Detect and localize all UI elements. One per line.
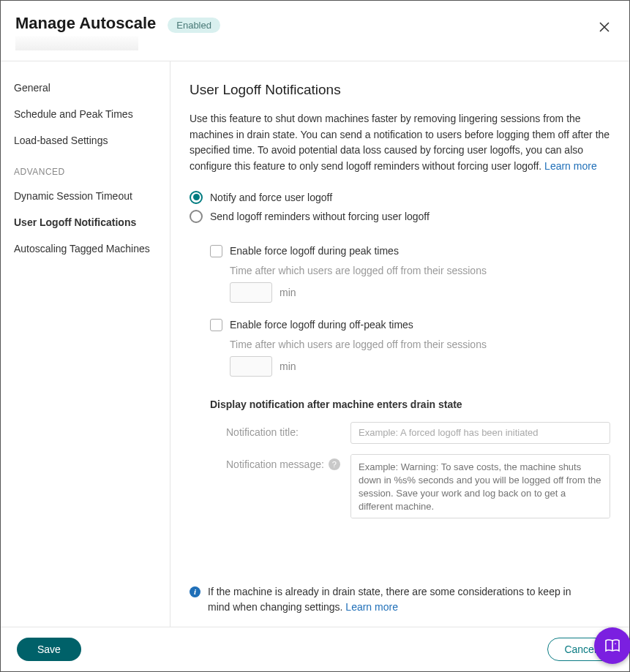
info-note: i If the machine is already in drain sta… bbox=[190, 581, 610, 627]
notification-message-label: Notification message: bbox=[226, 458, 324, 470]
sidebar-item-load-settings[interactable]: Load-based Settings bbox=[1, 127, 170, 154]
offpeak-block: Enable force logoff during off-peak time… bbox=[210, 319, 610, 377]
learn-more-link[interactable]: Learn more bbox=[544, 160, 597, 172]
notification-message-input[interactable] bbox=[350, 454, 610, 518]
modal-footer: Save Cancel bbox=[1, 627, 629, 671]
radio-icon bbox=[190, 191, 203, 204]
page-title: Manage Autoscale bbox=[15, 14, 156, 32]
checkbox-offpeak[interactable]: Enable force logoff during off-peak time… bbox=[210, 319, 610, 331]
offpeak-input-row: min bbox=[230, 356, 610, 377]
subtitle-placeholder bbox=[15, 36, 138, 50]
modal-body: General Schedule and Peak Times Load-bas… bbox=[1, 61, 629, 627]
info-icon: i bbox=[190, 586, 200, 597]
notification-title-row: Notification title: bbox=[226, 422, 610, 444]
sidebar-item-dynamic-timeout[interactable]: Dynamic Session Timeout bbox=[1, 183, 170, 209]
sidebar-item-user-logoff[interactable]: User Logoff Notifications bbox=[1, 209, 170, 235]
status-badge: Enabled bbox=[168, 18, 220, 33]
checkbox-icon bbox=[210, 245, 222, 257]
peak-minutes-input[interactable] bbox=[230, 282, 272, 303]
content-title: User Logoff Notifications bbox=[190, 82, 610, 98]
radio-label: Send logoff reminders without forcing us… bbox=[210, 211, 430, 222]
close-icon bbox=[599, 21, 610, 33]
info-learn-more-link[interactable]: Learn more bbox=[345, 601, 398, 613]
peak-sub-desc: Time after which users are logged off fr… bbox=[230, 265, 610, 276]
notification-message-row: Notification message: ? bbox=[226, 454, 610, 518]
offpeak-sub-desc: Time after which users are logged off fr… bbox=[230, 339, 610, 350]
sidebar: General Schedule and Peak Times Load-bas… bbox=[1, 61, 170, 627]
sidebar-item-tagged-machines[interactable]: Autoscaling Tagged Machines bbox=[1, 235, 170, 262]
radio-send-reminders[interactable]: Send logoff reminders without forcing us… bbox=[190, 210, 610, 223]
offpeak-unit: min bbox=[280, 360, 296, 372]
manage-autoscale-modal: Manage Autoscale Enabled General Schedul… bbox=[0, 0, 630, 672]
sidebar-item-general[interactable]: General bbox=[1, 75, 170, 101]
radio-label: Notify and force user logoff bbox=[210, 192, 332, 203]
peak-input-row: min bbox=[230, 282, 610, 303]
notification-title-input[interactable] bbox=[350, 422, 610, 444]
close-button[interactable] bbox=[594, 17, 615, 37]
notification-title-label: Notification title: bbox=[226, 422, 350, 438]
save-button[interactable]: Save bbox=[17, 638, 81, 661]
sidebar-heading-advanced: ADVANCED bbox=[1, 154, 170, 183]
content-panel: User Logoff Notifications Use this featu… bbox=[170, 61, 629, 627]
sidebar-item-schedule[interactable]: Schedule and Peak Times bbox=[1, 101, 170, 127]
offpeak-minutes-input[interactable] bbox=[230, 356, 272, 377]
content-description: Use this feature to shut down machines f… bbox=[190, 111, 610, 175]
notification-heading: Display notification after machine enter… bbox=[210, 399, 610, 410]
radio-icon bbox=[190, 210, 203, 223]
help-icon[interactable]: ? bbox=[329, 458, 340, 470]
checkbox-icon bbox=[210, 319, 222, 331]
peak-unit: min bbox=[280, 287, 296, 298]
peak-block: Enable force logoff during peak times Ti… bbox=[210, 245, 610, 303]
checkbox-peak[interactable]: Enable force logoff during peak times bbox=[210, 245, 610, 257]
checkbox-label: Enable force logoff during off-peak time… bbox=[230, 319, 413, 331]
modal-header: Manage Autoscale Enabled bbox=[1, 1, 629, 61]
help-fab[interactable] bbox=[594, 627, 630, 664]
checkbox-label: Enable force logoff during peak times bbox=[230, 245, 399, 257]
book-sparkle-icon bbox=[604, 637, 621, 654]
radio-notify-force[interactable]: Notify and force user logoff bbox=[190, 191, 610, 204]
